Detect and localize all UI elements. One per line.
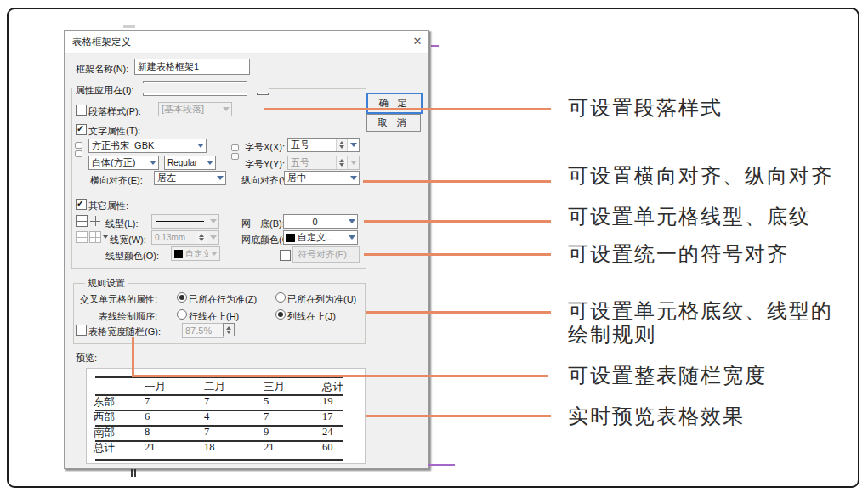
leader-line-alignment: [363, 180, 551, 183]
font-style-dropdown[interactable]: Regular: [164, 156, 216, 170]
font-family-dropdown[interactable]: 方正书宋_GBK: [88, 139, 207, 153]
shade-dropdown[interactable]: 0: [283, 214, 358, 229]
radio-row-based-label[interactable]: 已所在行为准(Z): [189, 293, 257, 306]
shade-label: 网 底(B):: [241, 218, 285, 230]
annotation-alignment: 可设置横向对齐、纵向对齐: [568, 164, 857, 188]
spinner-arrows-icon[interactable]: [224, 324, 234, 336]
leader-line-para-style: [264, 108, 551, 110]
chevron-down-icon: [207, 215, 218, 228]
link-fonts-icon[interactable]: [75, 142, 82, 157]
table-cell: 7: [264, 410, 269, 423]
cancel-button[interactable]: 取 消: [366, 114, 421, 132]
frame-name-label: 框架名称(N):: [76, 63, 128, 76]
cross-cell-label: 交叉单元格的属性:: [80, 293, 157, 306]
border-outer-icon[interactable]: [76, 231, 88, 243]
line-color-label: 线型颜色(O):: [105, 250, 159, 263]
size-x-label: 字号X(X):: [245, 141, 285, 154]
leader-line-table-width-vertical: [132, 337, 134, 377]
text-attr-checkbox[interactable]: [76, 124, 87, 135]
table-cell: 21: [145, 441, 156, 454]
border-all-icon[interactable]: [76, 215, 88, 227]
radio-row-line-top[interactable]: [177, 309, 187, 320]
border-inner-icon[interactable]: [89, 215, 101, 227]
leader-line-table-width: [132, 375, 548, 377]
size-y-label: 字号Y(Y):: [245, 158, 285, 171]
table-header-cell: 一月: [145, 380, 166, 394]
radio-col-based-label[interactable]: 已所在列为准(U): [287, 293, 356, 306]
chevron-down-icon: [348, 172, 359, 184]
table-frame-definition-dialog: 表格框架定义 ✕ 框架名称(N): 新建表格框架1 属性应用在(I): 整表(基…: [64, 30, 429, 469]
table-rule: [95, 440, 343, 442]
symbol-align-checkbox[interactable]: [280, 250, 291, 261]
font-face-value: 白体(方正): [89, 156, 147, 169]
frame-name-input[interactable]: 新建表格框架1: [134, 59, 250, 75]
chevron-down-icon: [348, 156, 359, 169]
leader-line-cell-line-shade: [364, 220, 551, 223]
annotation-cell-line-shade: 可设置单元格线型、底纹: [568, 205, 857, 229]
table-cell: 9: [264, 426, 269, 438]
v-align-dropdown[interactable]: 居中: [284, 171, 360, 185]
line-color-dropdown: 自定义..: [171, 246, 220, 261]
line-width-spinner: 0.13mm: [151, 230, 219, 245]
radio-col-line-top-label[interactable]: 列线在上(J): [287, 310, 336, 323]
h-align-dropdown[interactable]: 居左: [154, 171, 226, 185]
line-width-spin-buttons: [196, 231, 207, 244]
color-swatch: [286, 234, 295, 242]
radio-col-line-top[interactable]: [275, 309, 286, 320]
radio-row-based[interactable]: [177, 292, 187, 303]
annotation-symbol-align: 可设置统一的符号对齐: [568, 242, 857, 266]
text-attr-label: 文字属性(T):: [88, 125, 140, 138]
link-sizes-icon[interactable]: [231, 144, 239, 160]
table-rule: [95, 459, 343, 461]
leader-line-rules: [366, 311, 551, 314]
other-attr-checkbox[interactable]: [76, 199, 87, 210]
font-style-value: Regular: [165, 158, 204, 167]
h-align-label: 横向对齐(E):: [90, 174, 143, 187]
font-family-value: 方正书宋_GBK: [89, 139, 195, 152]
chevron-down-icon: [214, 172, 225, 184]
line-width-value: 0.13mm: [152, 233, 196, 242]
chevron-down-icon: [207, 231, 218, 244]
dropdown-arrow-icon[interactable]: [103, 235, 108, 241]
table-cell: 8: [145, 426, 150, 438]
table-cell: 19: [322, 395, 333, 408]
size-x-value: 五号: [288, 139, 336, 151]
size-y-dropdown: 五号: [287, 156, 360, 170]
table-width-spinner[interactable]: [223, 323, 235, 336]
annotation-para-style: 可设置段落样式: [568, 96, 857, 120]
line-width-label: 线宽(W):: [110, 234, 146, 246]
size-x-dropdown[interactable]: 五号: [287, 138, 360, 152]
figure-canvas: 表格框架定义 ✕ 框架名称(N): 新建表格框架1 属性应用在(I): 整表(基…: [0, 0, 868, 492]
chevron-down-icon: [346, 215, 357, 228]
radio-col-based[interactable]: [275, 292, 286, 303]
table-width-field: 87.5%: [182, 323, 224, 338]
line-sample: [156, 221, 204, 222]
para-style-checkbox[interactable]: [76, 105, 87, 116]
table-cell: 7: [204, 395, 209, 408]
ok-button[interactable]: 确 定: [366, 93, 423, 114]
border-style-icon[interactable]: [89, 231, 101, 243]
line-type-label: 线型(L):: [105, 218, 139, 230]
h-align-value: 居左: [155, 172, 214, 184]
annotation-preview: 实时预览表格效果: [568, 404, 857, 428]
chevron-down-icon: [195, 139, 206, 152]
page-boundary-dash-top: [431, 45, 439, 47]
page-edge-mark: [123, 25, 135, 28]
para-style-value: [基本段落]: [159, 103, 220, 116]
close-icon[interactable]: ✕: [408, 32, 427, 49]
rules-caption: 规则设置: [85, 277, 128, 290]
table-width-checkbox[interactable]: [76, 325, 87, 336]
table-cell: 总计: [94, 441, 115, 455]
chevron-down-icon: [348, 139, 359, 151]
size-y-spinner: [336, 156, 348, 169]
table-cell: 南部: [94, 426, 115, 440]
annotation-rules: 可设置单元格底纹、线型的 绘制规则: [568, 299, 857, 347]
size-x-spinner[interactable]: [336, 139, 348, 151]
chevron-down-icon: [204, 156, 215, 169]
font-face-dropdown[interactable]: 白体(方正): [88, 156, 159, 170]
text-cursor-mark: [131, 468, 133, 477]
shade-color-dropdown[interactable]: 自定义...: [283, 230, 358, 245]
table-cell: 17: [322, 410, 333, 423]
table-rule: [95, 425, 343, 427]
radio-row-line-top-label[interactable]: 行线在上(H): [189, 310, 239, 323]
